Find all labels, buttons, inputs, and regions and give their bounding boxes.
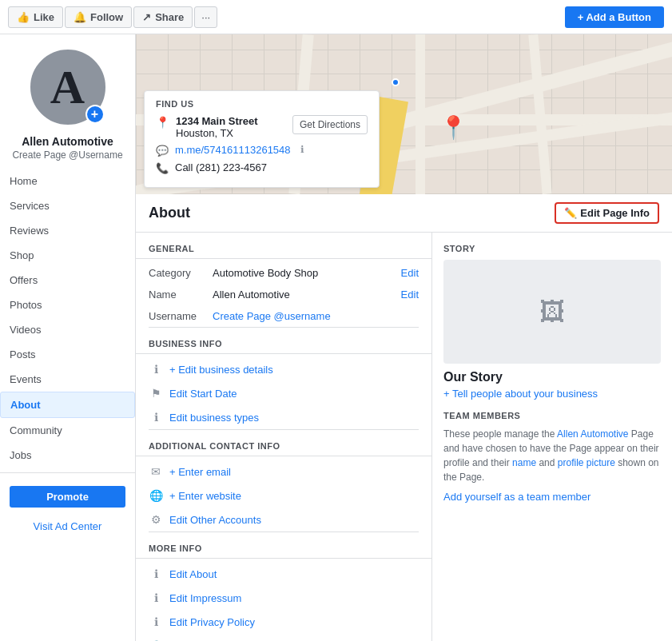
content-area: 📍 FIND US 📍 1234 Main Street Houston, TX… [136,34,672,641]
username-label: Username [149,310,205,322]
info-icon-privacy: ℹ [149,615,163,628]
story-image-placeholder[interactable]: 🖼 [443,260,661,364]
follow-button[interactable]: 🔔 Follow [65,6,132,28]
team-section: TEAM MEMBERS These people manage the All… [443,411,661,503]
enter-website-row[interactable]: 🌐 + Enter website [136,484,431,508]
info-circle-icon: ℹ [149,363,163,376]
left-column: GENERAL Category Automotive Body Shop Ed… [136,233,432,641]
category-row: Category Automotive Body Shop Edit [136,262,431,284]
avatar-letter: A [50,60,85,115]
add-button-cta[interactable]: + Add a Button [565,6,664,28]
story-section: STORY 🖼 Our Story + Tell people about yo… [443,244,661,400]
promote-button[interactable]: Promote [10,486,125,508]
edit-about-row[interactable]: ℹ Edit About [136,562,431,586]
messenger-icon: 💬 [156,145,169,157]
page-username[interactable]: Create Page @Username [12,149,122,161]
location-icon: 📍 [156,116,169,129]
edit-business-details-label: + Edit business details [169,364,273,376]
edit-privacy-policy-row[interactable]: ℹ Edit Privacy Policy [136,610,431,634]
profile-section: A + Allen Automotive Create Page @Userna… [0,34,135,169]
follow-label: Follow [90,11,123,23]
top-bar: 👍 Like 🔔 Follow ↗ Share ··· + Add a Butt… [0,0,672,34]
more-options-button[interactable]: ··· [194,6,217,28]
name-row: Name Allen Automotive Edit [136,284,431,305]
like-button[interactable]: 👍 Like [8,6,63,28]
sidebar-item-about[interactable]: About [0,392,135,418]
phone-icon: 📞 [156,162,169,174]
sidebar-item-community[interactable]: Community [0,418,135,443]
like-label: Like [34,11,54,23]
edit-impressum-label: Edit Impressum [169,592,241,604]
sidebar: A + Allen Automotive Create Page @Userna… [0,34,136,641]
edit-impressum-row[interactable]: ℹ Edit Impressum [136,586,431,610]
edit-page-info-label: Edit Page Info [580,207,650,219]
address-line1: 1234 Main Street [176,115,286,127]
edit-start-date-row[interactable]: ⚑ Edit Start Date [136,381,431,405]
info-icon[interactable]: ℹ [300,144,304,155]
edit-page-info-button[interactable]: ✏️ Edit Page Info [555,202,659,224]
name-value: Allen Automotive [213,289,393,301]
flag-icon: ⚑ [149,387,163,400]
enter-email-label: + Enter email [169,466,231,478]
our-story-label: Our Story [443,370,661,384]
general-section-header: GENERAL [136,233,431,259]
sidebar-item-services[interactable]: Services [0,193,135,218]
edit-about-label: Edit About [169,568,217,580]
edit-other-accounts-label: Edit Other Accounts [169,514,261,526]
sidebar-item-shop[interactable]: Shop [0,243,135,268]
find-us-phone-row: 📞 Call (281) 223-4567 [156,161,368,174]
sidebar-item-photos[interactable]: Photos [0,293,135,317]
name-link[interactable]: name [512,457,536,468]
find-us-address-row: 📍 1234 Main Street Houston, TX Get Direc… [156,115,368,139]
settings-icon: ⚙ [149,513,163,526]
category-label: Category [149,267,205,279]
page-id-row: 🔒 Page ID 574161113261548 [136,634,431,641]
username-row: Username Create Page @username [136,305,431,327]
tell-people-link[interactable]: + Tell people about your business [443,388,661,400]
share-button[interactable]: ↗ Share [133,6,193,28]
email-icon: ✉ [149,465,163,478]
username-value[interactable]: Create Page @username [213,310,331,322]
add-team-member-link[interactable]: Add yourself as a team member [443,491,661,503]
visit-ad-center-link[interactable]: Visit Ad Center [0,516,135,537]
share-label: Share [155,11,184,23]
category-edit-link[interactable]: Edit [401,267,419,279]
allen-automotive-link[interactable]: Allen Automotive [557,428,628,440]
enter-email-row[interactable]: ✉ + Enter email [136,460,431,484]
name-edit-link[interactable]: Edit [401,289,419,301]
like-icon: 👍 [17,11,30,23]
edit-business-types-label: Edit business types [169,412,259,424]
team-title: TEAM MEMBERS [443,411,661,420]
edit-business-details-row[interactable]: ℹ + Edit business details [136,357,431,381]
sidebar-item-videos[interactable]: Videos [0,317,135,342]
name-label: Name [149,289,205,301]
map-dot [392,78,400,86]
avatar-add-button[interactable]: + [85,105,105,124]
map-pin: 📍 [439,114,467,141]
sidebar-item-home[interactable]: Home [0,169,135,193]
additional-contact-header: ADDITIONAL CONTACT INFO [136,430,431,456]
sidebar-item-events[interactable]: Events [0,367,135,392]
two-col-layout: GENERAL Category Automotive Body Shop Ed… [136,233,672,641]
page-name: Allen Automotive [22,135,113,148]
profile-picture-link[interactable]: profile picture [558,457,615,468]
right-column: STORY 🖼 Our Story + Tell people about yo… [432,233,672,641]
story-title: STORY [443,244,661,253]
sidebar-item-jobs[interactable]: Jobs [0,443,135,468]
find-us-box: FIND US 📍 1234 Main Street Houston, TX G… [144,90,380,188]
info-circle-icon-2: ℹ [149,411,163,424]
sidebar-divider [0,472,135,473]
find-us-title: FIND US [156,99,368,109]
pencil-icon: ✏️ [564,207,577,219]
sidebar-item-reviews[interactable]: Reviews [0,218,135,243]
get-directions-button[interactable]: Get Directions [292,115,368,134]
edit-business-types-row[interactable]: ℹ Edit business types [136,405,431,429]
edit-other-accounts-row[interactable]: ⚙ Edit Other Accounts [136,508,431,532]
enter-website-label: + Enter website [169,490,241,502]
address-line2: Houston, TX [176,127,286,139]
phone-number: Call (281) 223-4567 [175,161,267,173]
more-info-header: MORE INFO [136,532,431,559]
sidebar-item-offers[interactable]: Offers [0,268,135,293]
sidebar-item-posts[interactable]: Posts [0,342,135,367]
messenger-link[interactable]: m.me/574161113261548 [175,144,291,156]
